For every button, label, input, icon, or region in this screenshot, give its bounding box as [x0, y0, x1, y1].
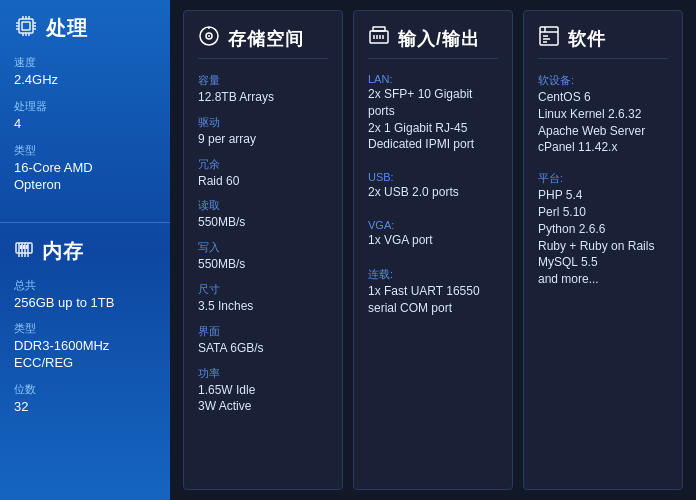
storage-redundancy-label: 冗余 [198, 157, 328, 172]
storage-header: 存储空间 [198, 25, 328, 59]
mem-bits-value: 32 [14, 399, 156, 416]
memory-title: 内存 [42, 238, 84, 265]
svg-rect-24 [23, 245, 25, 249]
storage-drive: 驱动 9 per array [198, 115, 328, 148]
storage-drive-label: 驱动 [198, 115, 328, 130]
right-panels: 存储空间 容量 12.8TB Arrays 驱动 9 per array 冗余 … [170, 0, 696, 500]
io-lan-label: LAN: [368, 73, 498, 85]
storage-size-value: 3.5 Inches [198, 298, 328, 315]
cpu-icon [14, 14, 38, 43]
io-usb: USB: 2x USB 2.0 ports [368, 171, 498, 210]
storage-size-label: 尺寸 [198, 282, 328, 297]
storage-interface-value: SATA 6GB/s [198, 340, 328, 357]
software-os-kernel: Linux Kernel 2.6.32 [538, 106, 668, 123]
storage-redundancy: 冗余 Raid 60 [198, 157, 328, 190]
svg-point-28 [208, 35, 210, 37]
svg-rect-0 [19, 19, 33, 33]
software-mysql: MySQL 5.5 [538, 254, 668, 271]
mem-type-label: 类型 [14, 321, 156, 336]
mem-type-value: DDR3-1600MHzECC/REG [14, 338, 156, 372]
io-lan: LAN: 2x SFP+ 10 Gigabitports2x 1 Gigabit… [368, 73, 498, 162]
storage-power: 功率 1.65W Idle3W Active [198, 366, 328, 416]
mem-total-label: 总共 [14, 278, 156, 293]
svg-rect-25 [26, 245, 28, 249]
storage-write: 写入 550MB/s [198, 240, 328, 273]
cpu-header: 处理 [14, 14, 156, 43]
io-vga-value: 1x VGA port [368, 232, 498, 249]
io-serial-label: 连载: [368, 267, 498, 282]
mem-type-item: 类型 DDR3-1600MHzECC/REG [14, 321, 156, 372]
software-os-centos: CentOS 6 [538, 89, 668, 106]
cpu-count-label: 处理器 [14, 99, 156, 114]
storage-power-label: 功率 [198, 366, 328, 381]
storage-read-label: 读取 [198, 198, 328, 213]
storage-title: 存储空间 [228, 27, 304, 51]
software-header: 软件 [538, 25, 668, 59]
software-os-group: 软设备: CentOS 6 Linux Kernel 2.6.32 Apache… [538, 73, 668, 156]
storage-write-value: 550MB/s [198, 256, 328, 273]
io-usb-label: USB: [368, 171, 498, 183]
storage-power-value: 1.65W Idle3W Active [198, 382, 328, 416]
software-more: and more... [538, 271, 668, 288]
io-vga-label: VGA: [368, 219, 498, 231]
storage-drive-value: 9 per array [198, 131, 328, 148]
cpu-title: 处理 [46, 15, 88, 42]
software-os-label: 软设备: [538, 73, 668, 88]
cpu-speed-label: 速度 [14, 55, 156, 70]
storage-capacity-value: 12.8TB Arrays [198, 89, 328, 106]
left-panel: 处理 速度 2.4GHz 处理器 4 类型 16-Core AMDOpteron [0, 0, 170, 500]
svg-rect-23 [20, 245, 22, 249]
cpu-type-label: 类型 [14, 143, 156, 158]
io-lan-value: 2x SFP+ 10 Gigabitports2x 1 Gigabit RJ-4… [368, 86, 498, 153]
storage-interface: 界面 SATA 6GB/s [198, 324, 328, 357]
software-panel: 软件 软设备: CentOS 6 Linux Kernel 2.6.32 Apa… [523, 10, 683, 490]
io-serial-value: 1x Fast UART 16550serial COM port [368, 283, 498, 317]
software-icon [538, 25, 560, 52]
storage-redundancy-value: Raid 60 [198, 173, 328, 190]
cpu-type-value: 16-Core AMDOpteron [14, 160, 156, 194]
mem-total-item: 总共 256GB up to 1TB [14, 278, 156, 312]
storage-icon [198, 25, 220, 52]
software-php: PHP 5.4 [538, 187, 668, 204]
svg-rect-1 [22, 22, 30, 30]
cpu-type-item: 类型 16-Core AMDOpteron [14, 143, 156, 194]
memory-section: 内存 总共 256GB up to 1TB 类型 DDR3-1600MHzECC… [0, 222, 170, 441]
storage-capacity-label: 容量 [198, 73, 328, 88]
software-perl: Perl 5.10 [538, 204, 668, 221]
software-ruby: Ruby + Ruby on Rails [538, 238, 668, 255]
mem-bits-label: 位数 [14, 382, 156, 397]
cpu-speed-value: 2.4GHz [14, 72, 156, 89]
software-title: 软件 [568, 27, 606, 51]
storage-interface-label: 界面 [198, 324, 328, 339]
cpu-section: 处理 速度 2.4GHz 处理器 4 类型 16-Core AMDOpteron [0, 0, 170, 218]
memory-header: 内存 [14, 237, 156, 266]
cpu-count-item: 处理器 4 [14, 99, 156, 133]
io-serial: 连载: 1x Fast UART 16550serial COM port [368, 267, 498, 326]
svg-rect-36 [540, 27, 558, 45]
cpu-count-value: 4 [14, 116, 156, 133]
cpu-speed-item: 速度 2.4GHz [14, 55, 156, 89]
mem-total-value: 256GB up to 1TB [14, 295, 156, 312]
io-panel: 输入/输出 LAN: 2x SFP+ 10 Gigabitports2x 1 G… [353, 10, 513, 490]
io-title: 输入/输出 [398, 27, 480, 51]
software-platform-label: 平台: [538, 171, 668, 186]
storage-read-value: 550MB/s [198, 214, 328, 231]
storage-panel: 存储空间 容量 12.8TB Arrays 驱动 9 per array 冗余 … [183, 10, 343, 490]
software-platform-group: 平台: PHP 5.4 Perl 5.10 Python 2.6.6 Ruby … [538, 165, 668, 288]
io-vga: VGA: 1x VGA port [368, 219, 498, 258]
memory-icon [14, 237, 34, 266]
storage-write-label: 写入 [198, 240, 328, 255]
storage-size: 尺寸 3.5 Inches [198, 282, 328, 315]
svg-rect-31 [373, 27, 385, 31]
io-header: 输入/输出 [368, 25, 498, 59]
io-usb-value: 2x USB 2.0 ports [368, 184, 498, 201]
svg-rect-30 [370, 31, 388, 43]
software-os-cpanel: cPanel 11.42.x [538, 139, 668, 156]
software-os-apache: Apache Web Server [538, 123, 668, 140]
mem-bits-item: 位数 32 [14, 382, 156, 416]
storage-read: 读取 550MB/s [198, 198, 328, 231]
io-icon [368, 25, 390, 52]
software-python: Python 2.6.6 [538, 221, 668, 238]
storage-capacity: 容量 12.8TB Arrays [198, 73, 328, 106]
